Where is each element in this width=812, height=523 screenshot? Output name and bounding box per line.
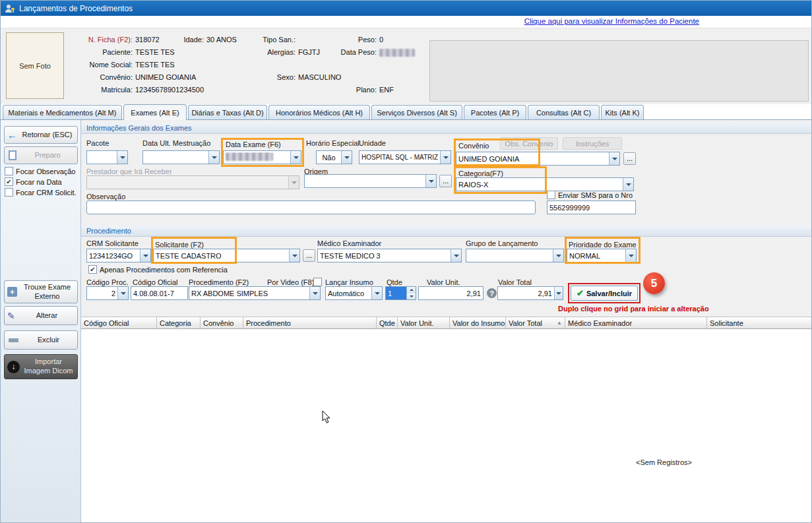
convenio-value: UNIMED GOIANIA bbox=[135, 73, 196, 81]
enviar-sms-checkbox[interactable]: Enviar SMS para o Nro bbox=[547, 191, 633, 199]
grid-col-valor-unit[interactable]: Valor Unit. bbox=[398, 317, 450, 329]
salvar-incluir-button[interactable]: ✔ Salvar/Incluir bbox=[571, 286, 638, 301]
dropdown-arrow-icon[interactable] bbox=[289, 249, 299, 262]
categoria-combo[interactable]: RAIOS-X bbox=[456, 177, 634, 191]
crm-value: 12341234GO bbox=[87, 252, 140, 260]
dropdown-arrow-icon[interactable] bbox=[425, 175, 436, 187]
focar-crm-checkbox[interactable]: Focar CRM Solicit. bbox=[5, 188, 77, 197]
tab-pacotes[interactable]: Pacotes (Alt P) bbox=[464, 105, 526, 119]
dropdown-arrow-icon[interactable] bbox=[290, 151, 301, 164]
dropdown-arrow-icon[interactable] bbox=[288, 176, 299, 189]
dropdown-arrow-icon[interactable] bbox=[140, 249, 150, 262]
valor-unit-label: Valor Unit. bbox=[427, 278, 460, 286]
lancar-insumo-combo[interactable]: Automático bbox=[325, 286, 383, 300]
grid-col-valor-total[interactable]: Valor Total ▲ bbox=[506, 317, 565, 329]
grid-col-procedimento[interactable]: Procedimento bbox=[243, 317, 377, 329]
column-label: Código Oficial bbox=[84, 319, 129, 327]
alterar-button[interactable]: ✎ Alterar bbox=[4, 306, 78, 325]
tab-consultas[interactable]: Consultas (Alt C) bbox=[528, 105, 600, 119]
pacote-combo[interactable] bbox=[86, 150, 128, 164]
grid-col-categoria[interactable]: Categoria bbox=[157, 317, 201, 329]
origem-combo[interactable] bbox=[304, 174, 437, 188]
tab-kits[interactable]: Kits (Alt K) bbox=[601, 105, 644, 119]
dropdown-arrow-icon[interactable] bbox=[625, 249, 636, 262]
results-grid[interactable] bbox=[81, 329, 812, 523]
retornar-button[interactable]: ← Retornar (ESC) bbox=[4, 126, 78, 144]
preparo-button[interactable]: Preparo bbox=[4, 146, 78, 164]
observacao-input[interactable] bbox=[86, 200, 536, 214]
tab-honorarios-medicos[interactable]: Honorários Médicos (Alt H) bbox=[268, 105, 370, 119]
focar-na-data-checkbox[interactable]: ✔ Focar na Data bbox=[5, 177, 62, 186]
por-video-checkbox[interactable] bbox=[313, 278, 325, 286]
help-question-icon[interactable]: ? bbox=[487, 288, 497, 298]
valor-unit-input[interactable] bbox=[418, 286, 484, 300]
dropdown-arrow-icon[interactable] bbox=[440, 151, 451, 164]
paciente-label: Paciente: bbox=[67, 48, 133, 56]
focar-na-data-label: Focar na Data bbox=[16, 178, 62, 186]
sexo-label: Sexo: bbox=[249, 73, 296, 81]
valor-total-field[interactable]: 2,91 bbox=[497, 286, 563, 300]
data-ult-mestruacao-combo[interactable] bbox=[142, 150, 220, 164]
grid-col-valor-insumo[interactable]: Valor do Insumo bbox=[450, 317, 506, 329]
grid-col-medico-examinador[interactable]: Médico Examinador bbox=[565, 317, 707, 329]
obs-convenio-button[interactable]: Obs. Convenio bbox=[500, 137, 558, 150]
app-icon bbox=[5, 3, 15, 14]
codigo-proc-combo[interactable]: 2 bbox=[86, 286, 129, 300]
dropdown-arrow-icon[interactable] bbox=[208, 151, 219, 164]
patient-header-panel: Sem Foto N. Ficha (F2): 318072 Paciente:… bbox=[1, 28, 812, 104]
dropdown-arrow-icon[interactable] bbox=[554, 287, 563, 299]
prestador-combo[interactable] bbox=[86, 175, 299, 189]
apenas-referencia-checkbox[interactable]: ✔ Apenas Procedimentos com Referencia bbox=[88, 265, 228, 274]
grid-col-codigo-oficial[interactable]: Código Oficial bbox=[81, 317, 157, 329]
tab-servicos-diversos[interactable]: Serviços Diversos (Alt S) bbox=[371, 105, 462, 119]
procedimento-combo[interactable]: RX ABDOME SIMPLES bbox=[189, 286, 321, 300]
dropdown-arrow-icon[interactable] bbox=[309, 287, 320, 299]
grid-col-qtde[interactable]: Qtde bbox=[377, 317, 398, 329]
trouxe-exame-externo-button[interactable]: + Trouxe Exame Externo bbox=[4, 280, 78, 303]
horario-especial-combo[interactable]: Não bbox=[316, 150, 352, 164]
spin-down-icon[interactable] bbox=[407, 293, 416, 300]
data-exame-combo[interactable] bbox=[223, 150, 301, 164]
solicitante-combo[interactable]: TESTE CADASTRO bbox=[153, 249, 300, 262]
dropdown-arrow-icon[interactable] bbox=[609, 152, 619, 165]
dropdown-arrow-icon[interactable] bbox=[371, 287, 382, 299]
spin-up-icon[interactable] bbox=[407, 287, 416, 293]
instrucoes-label: Instruções bbox=[576, 140, 609, 148]
unidade-combo[interactable]: HOSPITAL SQL - MATRIZ bbox=[359, 150, 451, 164]
checkbox-box bbox=[5, 188, 13, 197]
tab-diarias-e-taxas[interactable]: Diárias e Taxas (Alt D) bbox=[188, 105, 267, 119]
dropdown-arrow-icon[interactable] bbox=[117, 151, 127, 164]
grid-col-convenio[interactable]: Convênio bbox=[201, 317, 243, 329]
focar-observacao-checkbox[interactable]: Focar Observação bbox=[5, 167, 75, 175]
importar-imagem-dicom-button[interactable]: ↓ Importar Imagem Dicom bbox=[4, 354, 78, 379]
patient-info-link[interactable]: Clique aqui para visualizar Informações … bbox=[524, 17, 699, 25]
grid-col-solicitante[interactable]: Solicitante bbox=[707, 317, 812, 329]
sms-number-input[interactable] bbox=[547, 200, 636, 214]
tab-materiais-e-medicamentos[interactable]: Materiais e Medicamentos (Alt M) bbox=[3, 105, 122, 119]
dropdown-arrow-icon[interactable] bbox=[451, 249, 461, 262]
instrucoes-button[interactable]: Instruções bbox=[563, 137, 622, 150]
document-icon bbox=[9, 150, 16, 160]
prioridade-combo[interactable]: NORMAL bbox=[567, 249, 637, 262]
exames-group-title: Informações Gerais dos Exames bbox=[86, 124, 192, 132]
convenio-combo[interactable]: UNIMED GOIANIA bbox=[456, 152, 620, 166]
check-icon: ✔ bbox=[90, 266, 95, 273]
codigo-oficial-input[interactable] bbox=[131, 286, 188, 300]
dropdown-arrow-icon[interactable] bbox=[623, 178, 633, 191]
qtde-stepper[interactable]: 1 bbox=[385, 286, 416, 300]
origem-browse-button[interactable]: ... bbox=[439, 175, 452, 187]
crm-solicitante-label: CRM Solicitante bbox=[86, 239, 139, 247]
nome-social-label: Nome Social: bbox=[67, 61, 133, 69]
excluir-button[interactable]: Excluir bbox=[4, 330, 78, 350]
crm-solicitante-combo[interactable]: 12341234GO bbox=[86, 249, 151, 262]
tab-label: Serviços Diversos (Alt S) bbox=[377, 109, 457, 117]
tab-exames[interactable]: Exames (Alt E) bbox=[123, 104, 187, 120]
grupo-lancamento-combo[interactable] bbox=[466, 249, 564, 262]
convenio-browse-button[interactable]: ... bbox=[623, 152, 636, 165]
dropdown-arrow-icon[interactable] bbox=[553, 249, 563, 262]
solicitante-browse-button[interactable]: ... bbox=[303, 249, 315, 262]
column-label: Valor Unit. bbox=[400, 319, 434, 327]
dropdown-arrow-icon[interactable] bbox=[117, 287, 128, 299]
dropdown-arrow-icon[interactable] bbox=[341, 151, 352, 164]
medico-examinador-combo[interactable]: TESTE MEDICO 3 bbox=[317, 249, 462, 262]
